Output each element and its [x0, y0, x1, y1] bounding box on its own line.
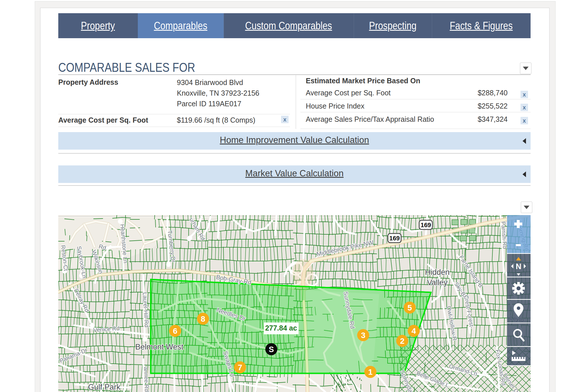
- svg-text:169: 169: [389, 235, 400, 242]
- svg-text:Gulf Park: Gulf Park: [88, 383, 121, 391]
- svg-text:annee Rd: annee Rd: [143, 367, 150, 392]
- svg-text:4: 4: [411, 327, 416, 335]
- svg-text:7: 7: [238, 363, 242, 372]
- svg-text:N: N: [516, 262, 521, 271]
- svg-text:Valley: Valley: [427, 278, 448, 287]
- svg-text:5: 5: [407, 303, 412, 312]
- svg-text:6: 6: [173, 327, 177, 335]
- svg-text:277.84 ac: 277.84 ac: [265, 324, 297, 332]
- svg-text:2: 2: [400, 337, 405, 345]
- svg-text:8: 8: [201, 314, 205, 323]
- svg-text:1: 1: [368, 368, 373, 376]
- svg-text:3: 3: [361, 331, 365, 340]
- svg-text:S: S: [269, 345, 274, 354]
- svg-text:Hidden: Hidden: [425, 268, 450, 277]
- svg-text:169: 169: [421, 221, 431, 229]
- svg-text:Belmont West: Belmont West: [135, 343, 183, 351]
